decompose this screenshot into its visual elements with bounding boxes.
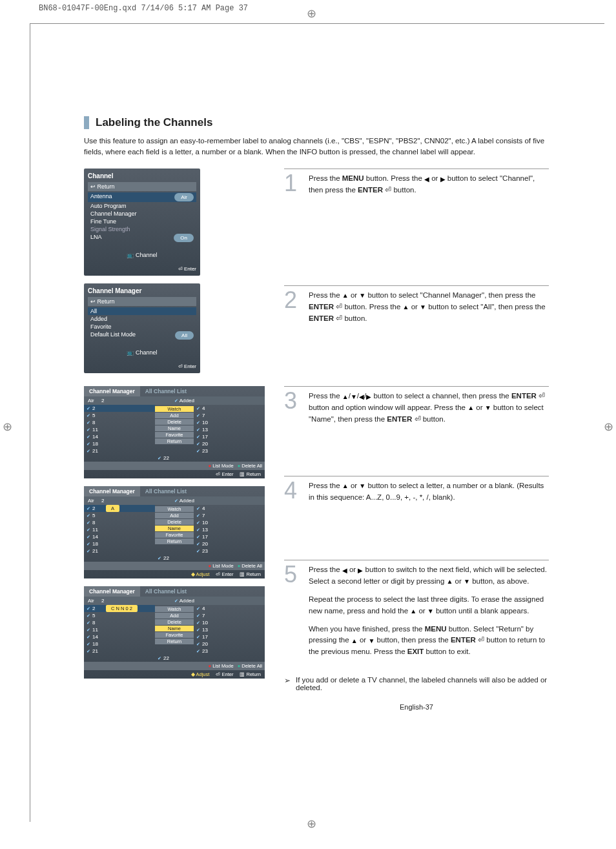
step-text: Press the ▲/▼/◀/▶ button to select a cha… <box>309 391 549 431</box>
step-number: 1 <box>284 173 302 203</box>
note-bullet-icon: ➢ <box>284 676 291 691</box>
channel-row: ✔18 <box>84 440 155 447</box>
crop-mark-icon: ⊕ <box>3 420 12 434</box>
up-arrow-icon: ▲ <box>342 291 349 301</box>
tab-all-channel-list: All Channel List <box>140 386 192 396</box>
channel-row: ✔20 <box>194 440 265 447</box>
osd-row-ft: Fine Tune <box>88 218 196 225</box>
intro-text: Use this feature to assign an easy-to-re… <box>84 136 549 157</box>
enter-icon: ⏎ <box>415 415 421 423</box>
osd-row-ss: Signal Strength <box>88 225 196 233</box>
context-option: Watch <box>155 406 194 412</box>
context-option: Favorite <box>155 632 194 638</box>
channel-row: ✔20 <box>194 540 265 547</box>
step-number: 5 <box>284 564 302 664</box>
note: ➢ If you add or delete a TV channel, the… <box>284 676 549 691</box>
osd-return-label: Return <box>98 183 115 190</box>
osd-row-all: All <box>88 307 196 315</box>
page-number: English-37 <box>284 703 549 711</box>
channel-row: ✔10 <box>194 419 265 426</box>
channel-row: ✔10 <box>194 519 265 526</box>
osd-all-channel-list-3: Channel ManagerAll Channel ListAir 2✔ Ad… <box>84 586 265 679</box>
channel-row: ✔11 <box>84 526 155 533</box>
channel-row: ✔21 <box>84 547 155 555</box>
enter-icon: ⏎ <box>336 303 342 311</box>
channel-row: ✔11 <box>84 426 155 433</box>
osd-row-antenna: AntennaAir <box>88 192 196 202</box>
step-number: 3 <box>284 391 302 431</box>
context-option: Favorite <box>155 432 194 438</box>
enter-icon: ⏎ <box>478 636 484 644</box>
channel-row: ✔2A <box>84 505 155 512</box>
channel-row: ✔14 <box>84 533 155 540</box>
context-option: Watch <box>155 606 194 612</box>
channel-row: ✔23 <box>194 547 265 555</box>
step-text: Press the MENU button. Press the ◀ or ▶ … <box>309 173 549 203</box>
section-title: Labeling the Channels <box>84 116 549 129</box>
channel-row: ✔4 <box>194 605 265 612</box>
left-arrow-icon: ◀ <box>359 392 364 402</box>
osd-title: Channel <box>88 172 196 179</box>
osd-row-cm: Channel Manager <box>88 210 196 218</box>
channel-row: ✔7 <box>194 512 265 519</box>
context-option: Name <box>155 425 194 431</box>
osd-footer: ⏎ Enter <box>88 266 196 272</box>
channel-row: ✔14 <box>84 633 155 640</box>
osd-footer: ⏎ Enter <box>88 363 196 369</box>
grid-footer-bar-2: ◆ Adjust⏎ Enter▥ Return <box>84 670 265 679</box>
down-arrow-icon: ▼ <box>359 291 365 301</box>
up-arrow-icon: ▲ <box>403 302 409 312</box>
context-option: Delete <box>155 619 194 625</box>
channel-row: ✔23 <box>194 648 265 655</box>
note-text: If you add or delete a TV channel, the l… <box>296 676 549 691</box>
context-option: Delete <box>155 519 194 525</box>
channel-row: ✔7 <box>194 612 265 619</box>
channel-row: ✔13 <box>194 626 265 633</box>
channel-row: ✔21 <box>84 648 155 655</box>
grid-header: Air 2✔ Added <box>84 396 265 405</box>
down-arrow-icon: ▼ <box>464 577 470 587</box>
left-arrow-icon: ◀ <box>342 566 347 576</box>
up-arrow-icon: ▲ <box>351 636 358 646</box>
osd-return: ↩ Return <box>88 182 196 191</box>
channel-row: ✔17 <box>194 633 265 640</box>
grid-footer-bar: ● List Mode● Delete All <box>84 662 265 670</box>
channel-row: ✔8 <box>84 419 155 426</box>
grid-footer-bar-2: ◆ Adjust⏎ Enter▥ Return <box>84 570 265 578</box>
up-arrow-icon: ▲ <box>342 481 349 491</box>
channel-row: ✔2C N N 0 2 <box>84 605 155 612</box>
context-option: Delete <box>155 419 194 425</box>
step-text: Press the ▲ or ▼ button to select "Chann… <box>309 290 549 331</box>
right-arrow-icon: ▶ <box>440 174 446 185</box>
channel-name-field: C N N 0 2 <box>106 605 138 612</box>
tab-channel-manager: Channel Manager <box>84 386 140 396</box>
context-option: Add <box>155 613 194 619</box>
channel-row: ✔17 <box>194 533 265 540</box>
channel-row: ✔13 <box>194 426 265 433</box>
down-arrow-icon: ▼ <box>485 403 491 413</box>
channel-row: ✔22 <box>155 655 265 662</box>
context-option: Name <box>155 526 194 531</box>
channel-row: ✔5 <box>84 612 155 619</box>
grid-footer-bar: ● List Mode● Delete All <box>84 562 265 570</box>
osd-return-label: Return <box>98 298 115 305</box>
channel-row: ✔18 <box>84 540 155 547</box>
step-4: 4 Press the ▲ or ▼ button to select a le… <box>284 476 549 510</box>
step-text: Press the ◀ or ▶ button to switch to the… <box>309 564 549 664</box>
channel-row: ✔4 <box>194 405 265 412</box>
step-5: 5 Press the ◀ or ▶ button to switch to t… <box>284 560 549 664</box>
context-option: Return <box>155 438 194 444</box>
channel-row: ✔7 <box>194 412 265 419</box>
context-option: Favorite <box>155 532 194 538</box>
channel-row: ✔22 <box>155 455 265 462</box>
channel-row: ✔23 <box>194 447 265 455</box>
right-arrow-icon: ▶ <box>366 392 371 402</box>
osd-channel-manager-menu: Channel Manager ↩ Return All Added Favor… <box>84 283 200 373</box>
osd-all-channel-list-1: Channel ManagerAll Channel ListAir 2✔ Ad… <box>84 386 265 478</box>
tab-all-channel-list: All Channel List <box>140 486 192 496</box>
channel-row: ✔11 <box>84 626 155 633</box>
context-option: Add <box>155 513 194 518</box>
crop-mark-icon: ⊕ <box>307 6 316 21</box>
print-slug: BN68-01047F-00Eng.qxd 7/14/06 5:17 AM Pa… <box>39 4 248 13</box>
context-option: Return <box>155 538 194 544</box>
